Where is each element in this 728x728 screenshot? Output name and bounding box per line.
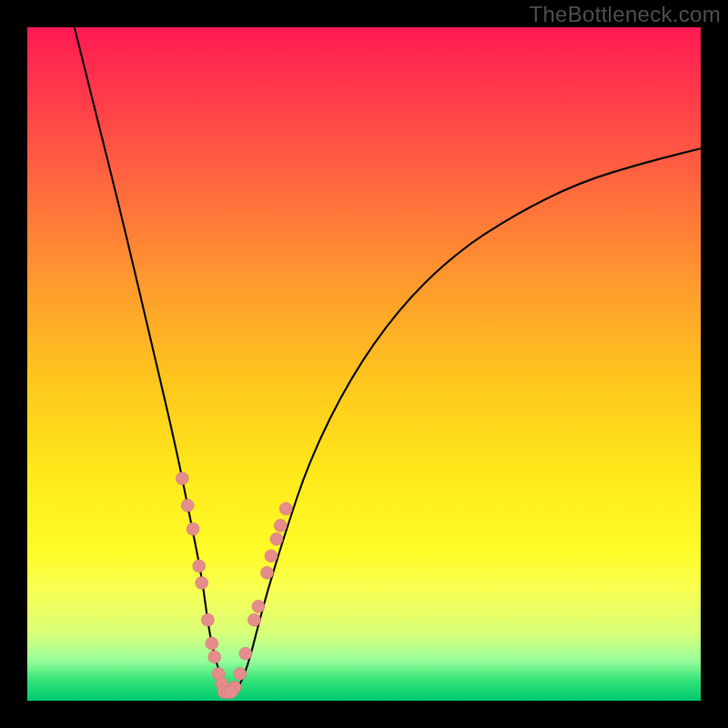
curve-marker bbox=[265, 550, 278, 562]
curve-marker bbox=[225, 685, 238, 698]
curve-marker bbox=[234, 667, 247, 680]
curve-marker bbox=[252, 600, 265, 612]
bottleneck-curve-path bbox=[75, 27, 701, 692]
curve-marker bbox=[270, 532, 283, 545]
curve-marker bbox=[201, 613, 214, 626]
curve-marker bbox=[248, 613, 260, 626]
bottleneck-curve-svg bbox=[27, 27, 701, 701]
markers-right-group bbox=[228, 502, 292, 693]
image-frame: TheBottleneck.com bbox=[0, 0, 728, 728]
curve-marker bbox=[176, 472, 188, 485]
curve-marker bbox=[196, 577, 208, 590]
curve-marker bbox=[260, 566, 273, 579]
curve-marker bbox=[181, 499, 194, 511]
curve-marker bbox=[279, 502, 292, 515]
watermark-text: TheBottleneck.com bbox=[529, 2, 721, 27]
markers-plateau-group bbox=[217, 685, 238, 699]
curve-marker bbox=[208, 651, 221, 663]
markers-left-group bbox=[176, 472, 228, 691]
curve-marker bbox=[239, 647, 252, 660]
curve-marker bbox=[274, 520, 287, 532]
curve-marker bbox=[187, 522, 199, 535]
curve-marker bbox=[206, 637, 218, 650]
chart-plot-area bbox=[27, 27, 701, 701]
curve-marker bbox=[193, 560, 206, 572]
